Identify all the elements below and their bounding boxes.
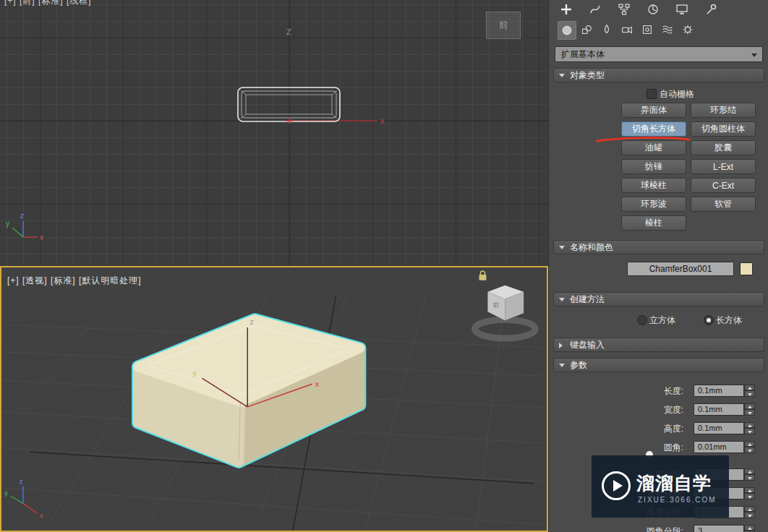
length-input[interactable]: 0.1mm	[694, 385, 744, 397]
button-capsule[interactable]: 胶囊	[691, 140, 756, 155]
command-panel: 扩展基本体 对象类型 自动栅格 异面体 环形结 切角长方体 切角圆柱体 油罐 胶…	[548, 0, 768, 532]
panel-tabs	[549, 1, 768, 20]
length-segs-spinner[interactable]	[744, 468, 755, 481]
svg-text:y: y	[6, 220, 9, 228]
world-tripod-front: z x y	[6, 212, 43, 241]
button-hose[interactable]: 软管	[691, 197, 756, 212]
spinner-down-button[interactable]	[744, 409, 755, 416]
utilities-icon[interactable]	[702, 1, 720, 18]
spinner-up-button[interactable]	[744, 422, 755, 428]
world-tripod-perspective: z x y	[4, 477, 43, 519]
spinner-up-button[interactable]	[744, 385, 755, 390]
hierarchy-icon[interactable]	[615, 1, 633, 18]
watermark-play-logo-icon	[602, 471, 631, 500]
radio-cube[interactable]	[637, 315, 647, 325]
svg-text:前: 前	[492, 301, 499, 309]
shapes-icon[interactable]	[578, 21, 595, 38]
watermark-title: 溜溜自学	[636, 471, 712, 495]
subcategory-value: 扩展基本体	[561, 49, 605, 59]
rollout-object-type[interactable]: 对象类型	[553, 68, 764, 82]
cameras-icon[interactable]	[618, 21, 636, 38]
button-spindle[interactable]: 纺锤	[621, 159, 686, 174]
radio-box-label: 长方体	[716, 314, 742, 327]
viewport-front[interactable]: x Z z x y [+] [前] [标准] [线框] 前	[0, 0, 548, 267]
red-underline-annotation	[592, 134, 695, 145]
height-spinner[interactable]	[744, 422, 755, 434]
subcategory-dropdown[interactable]: 扩展基本体	[555, 46, 763, 62]
spinner-up-button[interactable]	[744, 487, 755, 493]
object-type-buttons: 异面体 环形结 切角长方体 切角圆柱体 油罐 胶囊 纺锤 L-Ext 球棱柱 C…	[621, 103, 757, 231]
viewport-perspective-label[interactable]: [+] [透视] [标准] [默认明暗处理]	[7, 275, 142, 287]
button-gengon[interactable]: 球棱柱	[621, 178, 686, 193]
fillet-segs-input[interactable]: 3	[694, 525, 744, 532]
spinner-up-button[interactable]	[744, 403, 755, 409]
3dsmax-window: x Z z x y [+] [前] [标准] [线框] 前	[0, 0, 768, 532]
spinner-up-button[interactable]	[744, 441, 755, 447]
fillet-input[interactable]: 0.01mm	[694, 441, 744, 453]
rollout-collapsed-icon	[559, 343, 563, 348]
fillet-spinner[interactable]	[744, 441, 755, 453]
svg-text:x: x	[315, 379, 320, 388]
param-row-height: 高度: 0.1mm	[549, 422, 760, 435]
perspective-scene: z x y 前 z x	[1, 267, 547, 531]
viewport-perspective[interactable]: z x y 前 z x	[0, 266, 548, 532]
watermark-site: ZIXUE.3066.COM	[638, 496, 717, 504]
motion-icon[interactable]	[644, 1, 662, 18]
autogrid-label: 自动栅格	[660, 88, 694, 100]
height-segs-spinner[interactable]	[744, 506, 755, 518]
spinner-up-button[interactable]	[744, 468, 755, 474]
spinner-down-button[interactable]	[744, 390, 755, 397]
spinner-down-button[interactable]	[744, 512, 755, 518]
width-segs-spinner[interactable]	[744, 487, 755, 499]
viewcube-front[interactable]: 前	[486, 12, 521, 39]
spinner-up-button[interactable]	[744, 506, 755, 512]
geometry-icon[interactable]	[558, 21, 576, 40]
x-axis-label: x	[380, 116, 385, 125]
button-ringwave[interactable]: 环形波	[621, 197, 686, 212]
create-icon[interactable]	[558, 1, 575, 18]
spacewarps-icon[interactable]	[659, 21, 676, 38]
spinner-down-button[interactable]	[744, 474, 755, 481]
systems-icon[interactable]	[679, 21, 696, 38]
fillet-segs-spinner[interactable]	[744, 525, 755, 532]
front-viewport-scene: x Z z x y	[0, 0, 548, 266]
length-spinner[interactable]	[744, 385, 755, 397]
object-name-input[interactable]: ChamferBox001	[627, 262, 734, 276]
spinner-up-button[interactable]	[744, 525, 755, 531]
spinner-down-button[interactable]	[744, 447, 755, 453]
rollout-name-color[interactable]: 名称和颜色	[553, 240, 764, 254]
svg-text:z: z	[20, 477, 23, 485]
width-spinner[interactable]	[744, 403, 755, 416]
svg-text:x: x	[40, 511, 43, 519]
param-row-fillet: 圆角: 0.01mm	[549, 441, 760, 454]
svg-text:x: x	[40, 233, 43, 241]
helpers-icon[interactable]	[639, 21, 656, 38]
param-row-length: 长度: 0.1mm	[549, 385, 760, 398]
rollout-expanded-icon	[559, 246, 565, 249]
radio-cube-label: 立方体	[649, 314, 675, 327]
svg-text:z: z	[249, 317, 253, 326]
rollout-expanded-icon	[559, 364, 565, 367]
lights-icon[interactable]	[598, 21, 615, 38]
button-c-ext[interactable]: C-Ext	[691, 178, 756, 193]
rollout-creation-method[interactable]: 创建方法	[553, 292, 764, 306]
radio-box[interactable]	[704, 315, 714, 325]
rollout-expanded-icon	[559, 298, 565, 301]
modify-icon[interactable]	[586, 1, 604, 18]
button-l-ext[interactable]: L-Ext	[691, 159, 756, 174]
button-prism[interactable]: 棱柱	[621, 215, 686, 231]
button-chamfercyl[interactable]: 切角圆柱体	[691, 121, 756, 137]
viewport-front-label[interactable]: [+] [前] [标准] [线框]	[4, 0, 92, 7]
autogrid-checkbox[interactable]	[647, 89, 657, 99]
object-color-swatch[interactable]	[740, 262, 753, 275]
height-input[interactable]: 0.1mm	[694, 422, 744, 434]
button-hedra[interactable]: 异面体	[621, 103, 686, 118]
viewcube-perspective[interactable]: 前	[475, 286, 536, 338]
display-icon[interactable]	[673, 1, 691, 18]
width-input[interactable]: 0.1mm	[694, 403, 744, 416]
rollout-keyboard-entry[interactable]: 键盘输入	[553, 338, 764, 352]
spinner-down-button[interactable]	[744, 428, 755, 434]
rollout-parameters[interactable]: 参数	[553, 358, 764, 372]
button-torus-knot[interactable]: 环形结	[691, 103, 756, 118]
spinner-down-button[interactable]	[744, 493, 755, 499]
